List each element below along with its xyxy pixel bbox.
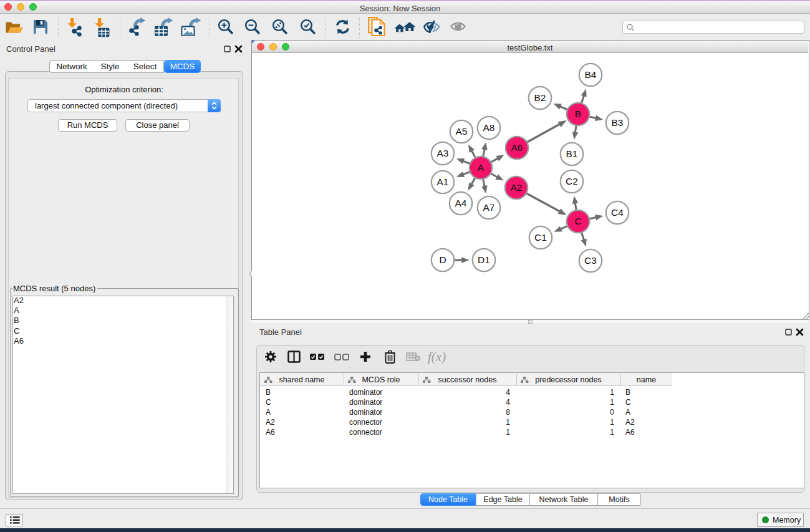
svg-text:D: D bbox=[439, 254, 446, 265]
svg-text:C3: C3 bbox=[584, 255, 597, 266]
svg-text:B1: B1 bbox=[566, 148, 578, 159]
svg-text:C1: C1 bbox=[534, 232, 547, 243]
svg-text:B3: B3 bbox=[612, 117, 624, 128]
svg-text:A: A bbox=[478, 162, 485, 173]
svg-text:C2: C2 bbox=[566, 176, 578, 186]
svg-text:A8: A8 bbox=[483, 122, 495, 133]
svg-text:A3: A3 bbox=[437, 148, 449, 158]
svg-text:C: C bbox=[574, 216, 581, 226]
svg-text:A4: A4 bbox=[455, 198, 467, 208]
svg-text:A1: A1 bbox=[437, 177, 449, 187]
svg-text:A7: A7 bbox=[483, 202, 495, 213]
svg-text:D1: D1 bbox=[478, 254, 490, 265]
svg-text:B2: B2 bbox=[534, 92, 546, 103]
svg-text:C4: C4 bbox=[611, 207, 624, 218]
svg-text:A2: A2 bbox=[511, 182, 523, 193]
svg-text:B: B bbox=[575, 109, 581, 119]
svg-text:A5: A5 bbox=[456, 126, 468, 137]
svg-text:A6: A6 bbox=[511, 142, 523, 153]
svg-text:B4: B4 bbox=[585, 69, 597, 80]
